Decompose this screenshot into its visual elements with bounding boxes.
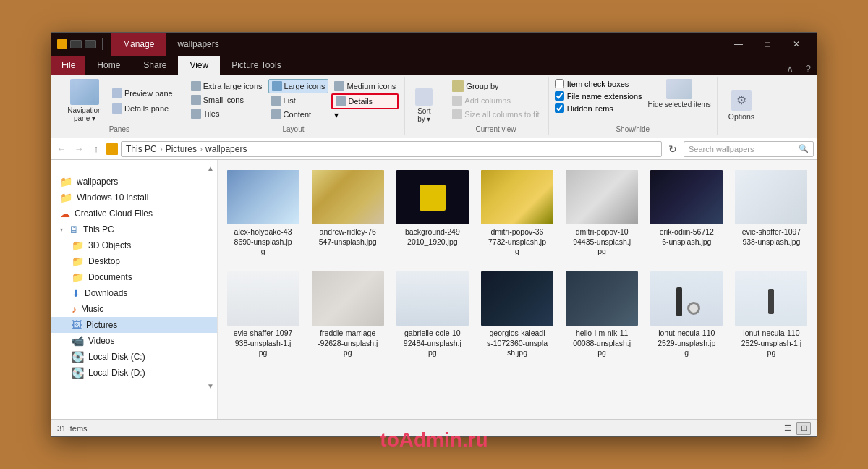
sidebar-item-win10[interactable]: 📁 Windows 10 install <box>51 190 217 206</box>
tab-manage[interactable]: Manage <box>111 33 166 56</box>
file-ext-label[interactable]: File name extensions <box>555 91 642 101</box>
hidden-items-label[interactable]: Hidden items <box>555 103 642 113</box>
file-name: gabrielle-cole-1092484-unsplash.jpg <box>404 329 461 358</box>
ribbon-collapse-btn[interactable]: ∧ <box>780 63 799 75</box>
file-item[interactable]: alex-holyoake-438690-unsplash.jpg <box>224 166 302 261</box>
quick-access-btn-2[interactable] <box>85 40 96 48</box>
size-all-columns-btn[interactable]: Size all columns to fit <box>449 108 542 121</box>
back-button[interactable]: ← <box>54 142 69 156</box>
address-path[interactable]: This PC › Pictures › wallpapers <box>121 141 662 157</box>
large-icon <box>272 81 282 91</box>
details-pane-btn[interactable]: Details pane <box>109 102 176 115</box>
sidebar-item-desktop[interactable]: 📁 Desktop <box>51 253 217 269</box>
sidebar-scroll-down[interactable]: ▼ <box>51 381 217 392</box>
sidebar-item-local-disk-d[interactable]: 💽 Local Disk (D:) <box>51 365 217 381</box>
layout-content: Extra large icons Small icons Tiles <box>188 79 399 124</box>
preview-pane-btn[interactable]: Preview pane <box>109 87 176 100</box>
quick-access-btn-1[interactable] <box>70 40 82 48</box>
content-btn[interactable]: Content <box>268 108 329 121</box>
downloads-icon: ⬇ <box>72 287 80 299</box>
sidebar-item-local-disk-c[interactable]: 💽 Local Disk (C:) <box>51 349 217 365</box>
tab-share[interactable]: Share <box>132 56 178 75</box>
file-thumbnail <box>227 271 299 326</box>
layout-row-1: Extra large icons Small icons Tiles <box>188 79 399 121</box>
sidebar-item-this-pc[interactable]: ▾ 🖥 This PC <box>51 221 217 237</box>
sort-content: Sortby ▾ <box>411 79 437 132</box>
file-item[interactable]: dmitri-popov-367732-unsplash.jpg <box>477 166 556 261</box>
nav-pane-button[interactable]: Navigationpane ▾ <box>63 79 106 122</box>
add-columns-btn[interactable]: Add columns <box>449 94 542 107</box>
file-thumbnail <box>566 271 638 326</box>
large-icons-btn[interactable]: Large icons <box>268 79 329 93</box>
up-button[interactable]: ↑ <box>89 142 103 156</box>
group-by-icon <box>452 80 464 92</box>
options-button[interactable]: ⚙ Options <box>723 90 760 121</box>
hide-selected-btn[interactable]: Hide selected items <box>648 79 711 109</box>
addressbar: ← → ↑ This PC › Pictures › wallpapers ↻ … <box>51 138 817 160</box>
app-icon <box>57 39 67 49</box>
item-check-box[interactable] <box>555 79 564 88</box>
file-name: ionut-necula-1102529-unsplash.jpg <box>658 329 715 358</box>
search-box[interactable]: Search wallpapers 🔍 <box>684 141 814 157</box>
file-item[interactable]: hello-i-m-nik-1100088-unsplash.jpg <box>563 267 642 363</box>
details-view-btn[interactable]: ☰ <box>780 422 795 435</box>
file-item[interactable]: ionut-necula-1102529-unsplash-1.jpg <box>732 267 811 363</box>
options-icon: ⚙ <box>731 90 752 111</box>
sidebar-item-downloads[interactable]: ⬇ Downloads <box>51 285 217 301</box>
hidden-items-box[interactable] <box>555 103 564 113</box>
minimize-button[interactable]: — <box>724 33 753 56</box>
details-btn[interactable]: Details <box>331 93 399 109</box>
sidebar-item-wallpapers[interactable]: 📁 wallpapers <box>51 174 217 190</box>
file-name: ionut-necula-1102529-unsplash-1.jpg <box>741 329 801 358</box>
file-item[interactable]: erik-odiin-567126-unsplash.jpg <box>647 166 726 261</box>
extra-large-icons-btn[interactable]: Extra large icons <box>188 80 265 93</box>
help-btn[interactable]: ? <box>799 63 817 75</box>
small-icons-btn[interactable]: Small icons <box>188 93 265 106</box>
tab-picture-tools[interactable]: Picture Tools <box>220 56 292 75</box>
tab-file[interactable]: File <box>51 56 85 75</box>
sidebar-item-videos[interactable]: 📹 Videos <box>51 333 217 349</box>
list-btn[interactable]: List <box>268 94 329 107</box>
pc-icon: 🖥 <box>69 224 79 235</box>
sidebar-scroll-up[interactable]: ▲ <box>51 163 217 174</box>
file-ext-box[interactable] <box>555 91 564 101</box>
file-item[interactable]: gabrielle-cole-1092484-unsplash.jpg <box>393 267 472 363</box>
sidebar-item-creative-cloud[interactable]: ☁ Creative Cloud Files <box>51 206 217 221</box>
file-item[interactable]: background-2492010_1920.jpg <box>393 166 472 261</box>
sidebar-item-music[interactable]: ♪ Music <box>51 301 217 317</box>
group-by-btn[interactable]: Group by <box>449 79 542 93</box>
titlebar-separator <box>102 38 103 50</box>
file-item[interactable]: freddie-marriage-92628-unsplash.jpg <box>308 267 387 363</box>
sidebar-item-3d-objects[interactable]: 📁 3D Objects <box>51 237 217 253</box>
maximize-button[interactable]: □ <box>753 33 782 56</box>
close-button[interactable]: ✕ <box>782 33 811 56</box>
details-pane-icon <box>112 103 122 114</box>
show-hide-label: Show/hide <box>555 124 711 133</box>
medium-icons-btn[interactable]: Medium icons <box>331 80 399 93</box>
sidebar-item-documents[interactable]: 📁 Documents <box>51 269 217 285</box>
hide-selected-icon <box>666 79 692 99</box>
file-item[interactable]: dmitri-popov-1094435-unsplash.jpg <box>563 166 642 261</box>
forward-button[interactable]: → <box>72 142 86 156</box>
tiles-btn[interactable]: Tiles <box>188 107 265 120</box>
refresh-button[interactable]: ↻ <box>665 141 681 157</box>
file-thumbnail <box>650 271 723 326</box>
drive-c-icon: 💽 <box>72 351 84 363</box>
layout-scroll-down[interactable]: ▾ <box>331 110 341 120</box>
large-icons-view-btn[interactable]: ⊞ <box>796 422 811 435</box>
file-item[interactable]: georgios-kaleadis-1072360-unsplash.jpg <box>477 267 556 363</box>
ribbon-group-sort: Sortby ▾ <box>405 77 443 135</box>
file-item[interactable]: evie-shaffer-1097938-unsplash.jpg <box>732 166 811 261</box>
tab-view[interactable]: View <box>178 56 220 75</box>
item-check-label[interactable]: Item check boxes <box>555 79 642 88</box>
file-item[interactable]: evie-shaffer-1097938-unsplash-1.jpg <box>224 267 302 363</box>
sort-by-button[interactable]: Sortby ▾ <box>411 88 437 123</box>
file-item[interactable]: andrew-ridley-76547-unsplash.jpg <box>308 166 387 261</box>
content-area: ▲ 📁 wallpapers 📁 Windows 10 install ☁ Cr… <box>51 160 817 419</box>
tab-home[interactable]: Home <box>85 56 132 75</box>
tab-wallpapers: wallpapers <box>166 33 230 56</box>
file-item[interactable]: ionut-necula-1102529-unsplash.jpg <box>647 267 726 363</box>
file-thumbnail <box>650 170 723 224</box>
ribbon-body: Navigationpane ▾ Preview pane Details pa… <box>51 75 817 138</box>
sidebar-item-pictures[interactable]: 🖼 Pictures <box>51 317 217 333</box>
